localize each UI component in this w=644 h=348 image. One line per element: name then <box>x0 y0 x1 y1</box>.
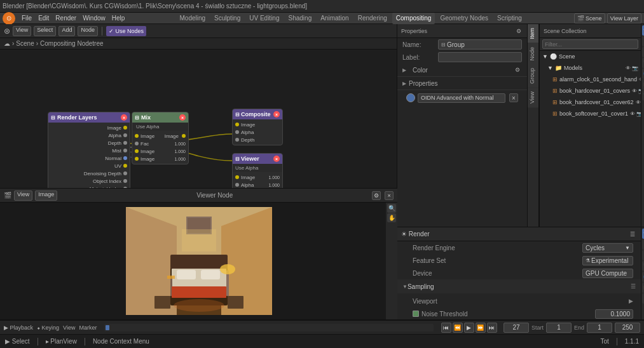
rl-image-socket[interactable] <box>123 126 127 130</box>
menu-window[interactable]: Window <box>80 15 108 22</box>
rs-output-icon[interactable]: 🖨 <box>642 36 645 46</box>
rs-r-part[interactable]: ✦ <box>642 293 645 304</box>
rs-render-icon[interactable]: 📷 <box>642 25 645 36</box>
viewer-image-btn[interactable]: Image <box>35 191 57 201</box>
noise-thresh-value[interactable]: 0.1000 <box>595 309 633 319</box>
render-engine-select[interactable]: Cycles ▼ <box>582 243 633 253</box>
view-layer-selector[interactable]: View Layer <box>607 13 641 23</box>
menu-file[interactable]: File <box>19 15 34 22</box>
rl-dnd-socket[interactable] <box>123 171 127 175</box>
book3-cam[interactable]: 📷 <box>636 111 641 117</box>
oidn-clear-btn[interactable]: × <box>509 93 518 102</box>
pb-next-btn[interactable]: ⏩ <box>476 323 486 333</box>
mix-close[interactable]: × <box>179 114 186 121</box>
outliner-item-book3[interactable]: ⊞ book_softcover_01_cover1 👁 📷 <box>540 108 641 119</box>
rs-r-obj[interactable]: 📦 <box>642 283 645 293</box>
viewer-hand-icon[interactable]: ✋ <box>387 213 396 222</box>
node-canvas[interactable]: ⊟ Render Layers × Image Alpha <box>0 50 397 188</box>
outliner-item-book2[interactable]: ⊞ book_hardcover_01_cover62 👁 📷 <box>540 97 641 108</box>
ne-select-btn[interactable]: Select <box>34 26 56 36</box>
pb-play-btn[interactable]: ▶ <box>464 323 474 333</box>
viewer-image-socket[interactable] <box>235 175 239 179</box>
sidebar-tab-item[interactable]: Item <box>528 24 538 43</box>
render-layers-node[interactable]: ⊟ Render Layers × Image Alpha <box>48 112 130 188</box>
comp-depth-socket[interactable] <box>235 138 239 142</box>
rl-oi-socket[interactable] <box>123 179 127 183</box>
rl-depth-socket[interactable] <box>123 141 127 145</box>
device-select[interactable]: GPU Compute <box>582 269 633 278</box>
mix-node[interactable]: ⊟ Mix × Use Alpha Image Image <box>132 112 189 164</box>
feature-set-select[interactable]: ⚗ Experimental <box>582 256 633 265</box>
sampling-header[interactable]: ▼ Sampling ☰ <box>397 279 641 293</box>
mix-in3-socket[interactable] <box>135 149 139 153</box>
start-frame-input[interactable] <box>546 323 572 333</box>
tab-sculpting[interactable]: Sculpting <box>210 13 244 24</box>
scene-selector[interactable]: 🎬 Scene <box>574 13 605 23</box>
viewer-view-btn[interactable]: View <box>14 191 32 201</box>
models-cam[interactable]: 📷 <box>632 65 638 71</box>
props-name-input[interactable]: ⊟ Group <box>438 39 522 50</box>
rs-r-output[interactable]: 🖨 <box>642 239 645 250</box>
ne-view-btn[interactable]: View <box>13 26 31 36</box>
tab-animation[interactable]: Animation <box>317 13 352 24</box>
outliner-search-input[interactable] <box>542 39 638 49</box>
props-color-menu[interactable]: ⚙ <box>513 65 522 74</box>
mix-in2-socket[interactable] <box>135 142 139 145</box>
comp-close[interactable]: × <box>273 111 280 117</box>
tab-geometry[interactable]: Geometry Nodes <box>436 13 492 24</box>
composite-node[interactable]: ⊟ Composite × Image Alpha <box>232 109 283 145</box>
viewer-node-canvas[interactable]: ⊟ Viewer × Use Alpha Image 1.000 <box>232 153 283 188</box>
viewer-alpha-socket[interactable] <box>235 183 239 187</box>
render-panel[interactable]: Render Engine Cycles ▼ Feature Set <box>397 241 641 319</box>
rs-r-scene[interactable]: 🎬 <box>642 261 645 271</box>
oidn-input[interactable]: OIDN Advanced with Normal <box>418 93 505 103</box>
viewer-close-btn[interactable]: × <box>385 191 394 200</box>
total-frame-input[interactable] <box>615 323 640 333</box>
end-frame-input[interactable] <box>587 323 612 333</box>
viewer-close[interactable]: × <box>273 156 280 162</box>
tab-shading[interactable]: Shading <box>285 13 316 24</box>
viewer-canvas-area[interactable]: 🔍 ✋ <box>0 203 397 319</box>
mix-in4-socket[interactable] <box>135 157 139 161</box>
rl-close[interactable]: × <box>121 114 127 121</box>
comp-image-socket[interactable] <box>235 123 239 126</box>
ne-add-btn[interactable]: Add <box>58 26 75 36</box>
pb-first-btn[interactable]: ⏮ <box>441 323 451 333</box>
tab-uv[interactable]: UV Editing <box>245 13 283 24</box>
rs-world-icon[interactable]: 🌍 <box>642 69 645 79</box>
tab-compositing[interactable]: Compositing <box>392 13 435 24</box>
current-frame-input[interactable] <box>504 323 529 333</box>
outliner-item-models[interactable]: ▼ 📁 Models 👁 📷 <box>540 62 641 74</box>
mix-in1-socket[interactable] <box>135 134 139 138</box>
tab-modeling[interactable]: Modeling <box>176 13 210 24</box>
rs-mod-icon[interactable]: 🔧 <box>642 90 645 100</box>
rs-obj-icon[interactable]: 📦 <box>642 79 645 90</box>
sampling-menu[interactable]: ☰ <box>631 283 636 290</box>
comp-alpha-socket[interactable] <box>235 130 239 134</box>
tab-scripting[interactable]: Scripting <box>493 13 526 24</box>
outliner-item-book1[interactable]: ⊞ book_hardcover_01_covers 👁 📷 <box>540 85 641 97</box>
pb-last-btn[interactable]: ⏭ <box>487 323 497 333</box>
viewer-settings-btn[interactable]: ⚙ <box>372 191 381 200</box>
noise-thresh-check[interactable] <box>413 311 419 317</box>
outliner-item-clock[interactable]: ⊞ alarm_clock_01_second_hand 👁 📷 <box>540 74 641 85</box>
sidebar-tab-node[interactable]: Node <box>528 43 538 65</box>
mix-out1-socket[interactable] <box>182 134 186 138</box>
rl-uv-socket[interactable] <box>123 164 127 168</box>
menu-help[interactable]: Help <box>109 15 128 22</box>
rs-r-view[interactable]: 🗂 <box>642 250 645 260</box>
props-settings-icon[interactable]: ⚙ <box>514 27 523 36</box>
timeline-bar[interactable] <box>104 324 434 331</box>
rs-r-world[interactable]: 🌍 <box>642 272 645 282</box>
menu-edit[interactable]: Edit <box>36 15 51 22</box>
book3-eye[interactable]: 👁 <box>630 111 635 117</box>
rl-mist-socket[interactable] <box>123 149 127 152</box>
props-section-header[interactable]: ▶ Properties <box>397 77 527 90</box>
viewer-zoom-icon[interactable]: 🔍 <box>387 204 396 213</box>
book2-eye[interactable]: 👁 <box>636 100 641 105</box>
sidebar-tab-view[interactable]: View <box>528 88 538 107</box>
rl-alpha-socket[interactable] <box>123 133 127 137</box>
outliner-item-scene[interactable]: ▼ ⚪ Scene <box>540 51 641 62</box>
rs-scene-icon[interactable]: 🎬 <box>642 58 645 68</box>
rs-view-icon[interactable]: 🗂 <box>642 47 645 57</box>
